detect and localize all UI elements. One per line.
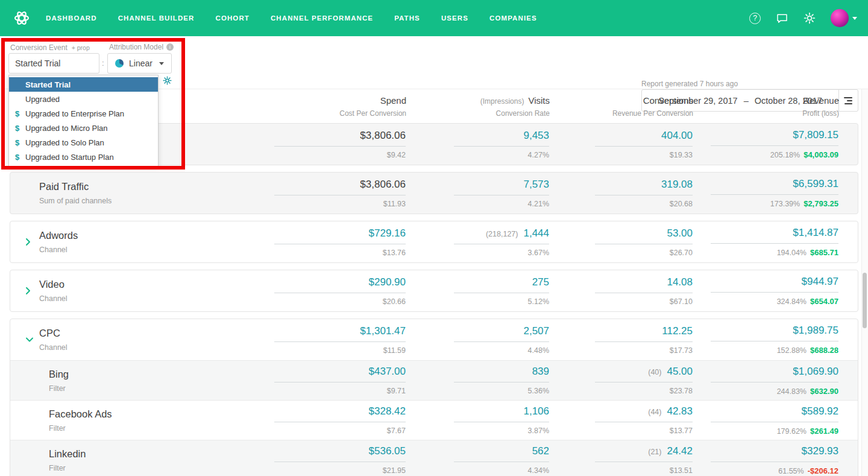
- conversion-event-input[interactable]: [8, 53, 99, 74]
- nav-cohort[interactable]: COHORT: [215, 14, 249, 22]
- settings-gear-icon[interactable]: [804, 12, 816, 24]
- chevron-right-icon[interactable]: [25, 287, 31, 295]
- header-revenue[interactable]: Revenue Profit (loss): [693, 95, 839, 123]
- chevron-down-icon[interactable]: [25, 337, 34, 343]
- conversions-value[interactable]: 42.83: [667, 405, 693, 417]
- row-name[interactable]: CPC: [39, 328, 262, 339]
- row-name[interactable]: Bing: [49, 369, 262, 380]
- visits-value[interactable]: 562: [532, 445, 549, 457]
- revenue-value[interactable]: $589.92: [802, 405, 838, 417]
- info-icon[interactable]: i: [166, 43, 174, 51]
- row-name[interactable]: Video: [39, 279, 262, 290]
- app-logo-icon[interactable]: [13, 10, 30, 27]
- revenue-value[interactable]: $329.93: [802, 445, 838, 457]
- chevron-right-icon[interactable]: [25, 238, 31, 246]
- conversion-event-dropdown: Started Trial Upgraded $ Upgraded to Ent…: [8, 75, 159, 167]
- conversions-value[interactable]: 404.00: [661, 130, 693, 142]
- row-name[interactable]: Facebook Ads: [49, 408, 262, 420]
- conversion-settings-gear-icon[interactable]: [163, 76, 172, 87]
- spend-value[interactable]: $437.00: [369, 366, 406, 378]
- conversions-value[interactable]: 112.25: [662, 325, 693, 337]
- revenue-value[interactable]: $1,069.90: [793, 366, 838, 378]
- chat-icon[interactable]: [776, 12, 788, 24]
- table-row[interactable]: Linkedin Filter $536.05 $21.95 562 4.34%…: [10, 440, 858, 476]
- revenue-value[interactable]: $1,989.75: [793, 325, 838, 337]
- table-row[interactable]: Paid Traffic Sum of paid channels $3,806…: [10, 172, 858, 214]
- revenue-per-conversion-value: $26.70: [670, 249, 693, 257]
- dropdown-item-micro[interactable]: $ Upgraded to Micro Plan: [9, 121, 158, 135]
- visits-value[interactable]: 275: [532, 276, 549, 288]
- visits-cell: 275 5.12%: [406, 276, 549, 306]
- conversions-value[interactable]: 24.42: [667, 445, 693, 457]
- conversions-cell: 404.00 $19.33: [549, 130, 693, 159]
- cost-per-conversion-value: $11.93: [383, 200, 406, 208]
- spend-value[interactable]: $328.42: [369, 405, 406, 417]
- table-row[interactable]: Facebook Ads Filter $328.42 $7.67 1,106 …: [10, 400, 858, 440]
- conversion-rate-value: 4.48%: [528, 346, 549, 355]
- attribution-model-label: Attribution Model i: [109, 43, 174, 51]
- nav-channel-performance[interactable]: CHANNEL PERFORMANCE: [271, 14, 373, 22]
- dropdown-item-enterprise[interactable]: $ Upgraded to Enterprise Plan: [9, 106, 158, 121]
- pie-chart-icon: [115, 59, 124, 68]
- dropdown-item-upgraded[interactable]: Upgraded: [9, 92, 158, 106]
- visits-value[interactable]: 1,106: [523, 405, 549, 417]
- row-name[interactable]: Linkedin: [49, 448, 262, 460]
- revenue-value[interactable]: $6,599.31: [793, 178, 838, 190]
- nav-channel-builder[interactable]: CHANNEL BUILDER: [118, 14, 195, 22]
- table-row[interactable]: Video Channel $290.90 $20.66 275 5.12% 1…: [10, 270, 858, 312]
- user-avatar[interactable]: [831, 9, 857, 27]
- row-sublabel: Channel: [39, 294, 262, 303]
- conversions-value[interactable]: 319.08: [661, 179, 693, 191]
- spend-value[interactable]: $536.05: [369, 445, 406, 457]
- revenue-value[interactable]: $7,809.15: [793, 129, 838, 141]
- dropdown-item-startup[interactable]: $ Upgraded to Startup Plan: [9, 150, 158, 164]
- profit-value: $4,003.09: [804, 150, 838, 159]
- spend-value[interactable]: $3,806.06: [360, 130, 406, 142]
- table-row[interactable]: Bing Filter $437.00 $9.71 839 5.36% (40)…: [10, 360, 858, 400]
- conversions-cell: (21)24.42 $13.51: [549, 445, 693, 475]
- spend-value[interactable]: $3,806.06: [360, 179, 406, 191]
- nav-paths[interactable]: PATHS: [394, 14, 420, 22]
- nav-users[interactable]: USERS: [441, 14, 468, 22]
- row-name[interactable]: Paid Traffic: [39, 181, 262, 192]
- row-name-cell: Video Channel: [10, 279, 262, 303]
- conversions-value[interactable]: 45.00: [667, 366, 693, 378]
- cost-per-conversion-value: $9.71: [387, 387, 406, 395]
- cost-per-conversion-value: $13.76: [383, 249, 406, 257]
- nav-dashboard[interactable]: DASHBOARD: [46, 14, 97, 22]
- visits-cell: 9,453 4.27%: [406, 130, 549, 159]
- visits-value[interactable]: 1,444: [523, 227, 549, 240]
- revenue-value[interactable]: $944.97: [802, 276, 838, 288]
- visits-value[interactable]: 2,507: [523, 325, 549, 337]
- row-name[interactable]: Adwords: [39, 230, 262, 241]
- row-sublabel: Filter: [49, 384, 262, 393]
- header-conversions[interactable]: Conversions Revenue Per Conversion: [550, 95, 693, 123]
- nav-companies[interactable]: COMPANIES: [489, 14, 537, 22]
- header-visits[interactable]: (Impressions)Visits Conversion Rate: [406, 95, 550, 123]
- cost-per-conversion-value: $20.66: [383, 297, 406, 306]
- scrollbar-thumb[interactable]: [863, 273, 867, 328]
- dropdown-item-started-trial[interactable]: Started Trial: [9, 77, 158, 92]
- table-row[interactable]: Adwords Channel $729.16 $13.76 (218,127)…: [10, 221, 858, 263]
- conversions-value[interactable]: 14.08: [667, 276, 693, 288]
- revenue-cell: $329.93 61.55%-$206.12: [693, 445, 838, 475]
- visits-cell: (218,127)1,444 3.67%: [406, 227, 549, 257]
- spend-value[interactable]: $729.16: [369, 227, 406, 240]
- visits-value[interactable]: 839: [532, 366, 549, 378]
- conversions-value[interactable]: 53.00: [667, 227, 693, 240]
- dropdown-item-solo[interactable]: $ Upgraded to Solo Plan: [9, 135, 158, 150]
- revenue-value[interactable]: $1,414.87: [793, 227, 838, 239]
- add-prop-link[interactable]: + prop: [72, 44, 90, 51]
- report-generated-note: Report generated 7 hours ago: [641, 80, 738, 88]
- spend-value[interactable]: $290.90: [369, 276, 406, 288]
- spend-value[interactable]: $1,301.47: [360, 325, 406, 337]
- conversion-event-label: Conversion Event+ prop: [10, 43, 90, 52]
- profit-value: $685.71: [810, 248, 838, 257]
- visits-value[interactable]: 7,573: [523, 179, 549, 191]
- table-row[interactable]: CPC Channel $1,301.47 $11.59 2,507 4.48%…: [10, 319, 858, 360]
- attribution-model-select[interactable]: Linear: [107, 53, 172, 74]
- visits-value[interactable]: 9,453: [523, 130, 549, 142]
- row-name-cell: Bing Filter: [10, 369, 262, 393]
- header-spend[interactable]: Spend Cost Per Conversion: [263, 95, 406, 123]
- help-icon[interactable]: ?: [749, 13, 761, 24]
